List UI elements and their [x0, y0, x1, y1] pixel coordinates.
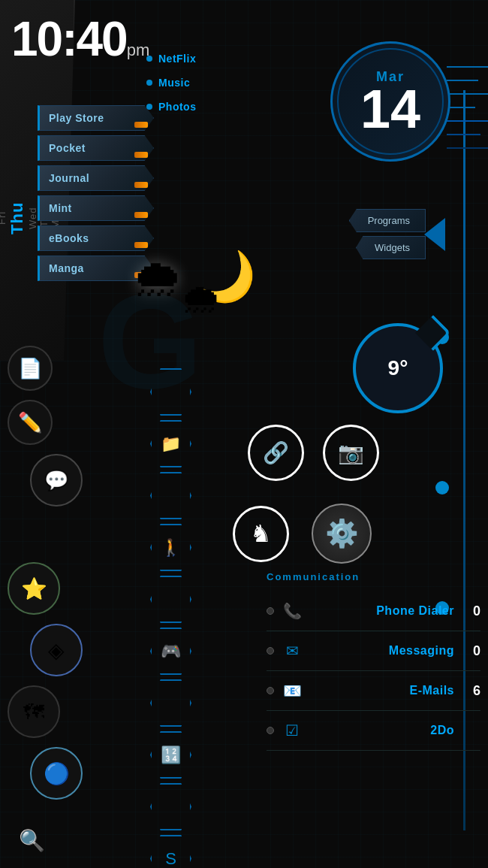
day-wed: Wed — [27, 204, 38, 231]
search-btn[interactable]: 🔍 — [19, 828, 45, 853]
action-circles: 🔗 📷 — [248, 425, 379, 481]
chess-circle-btn[interactable]: ♞ — [233, 506, 289, 562]
quick-links: NetFlix Music Photos — [146, 53, 196, 113]
whatsapp-icon: 💬 — [44, 469, 68, 492]
doc-icon-btn[interactable]: 📄 — [8, 346, 53, 391]
hex-7 — [150, 679, 191, 727]
comm-emails[interactable]: 📧 E-Mails 6 — [267, 671, 480, 711]
settings-icon: ⚙️ — [325, 518, 359, 549]
starbucks-icon-btn[interactable]: ⭐ — [8, 562, 60, 615]
game-circles: ♞ ⚙️ — [233, 504, 372, 564]
hex-9 — [150, 783, 191, 830]
cal-line-6 — [447, 134, 480, 135]
app-item-journal[interactable]: Journal — [38, 165, 154, 191]
hex-3 — [150, 472, 191, 519]
calendar-month: Mar — [376, 69, 405, 85]
time-display: 10:40pm — [11, 15, 149, 63]
app-item-playstore[interactable]: Play Store — [38, 105, 154, 131]
cal-line-3 — [447, 93, 488, 95]
phone-label: Phone Dialer — [310, 604, 454, 618]
timeline-dot-2 — [435, 481, 449, 494]
app-accent-2 — [134, 152, 148, 158]
email-label: E-Mails — [310, 684, 454, 697]
gamepad-icon: 🎮 — [161, 642, 181, 661]
comm-title: Communication — [267, 571, 480, 582]
whatsapp-icon-btn[interactable]: 💬 — [30, 454, 83, 507]
email-icon: 📧 — [282, 682, 303, 700]
quick-link-netflix[interactable]: NetFlix — [146, 53, 196, 65]
weather-cloud: 🌧 — [180, 274, 221, 322]
music-dot — [146, 80, 152, 86]
link-icon: 🔗 — [263, 440, 289, 465]
hex-4[interactable]: 🚶 — [150, 524, 191, 571]
app-item-ebooks[interactable]: eBooks — [38, 225, 154, 251]
days-sidebar: Sun Sat Fri Thu Wed Tue Mon — [0, 90, 34, 346]
hex-1 — [150, 368, 191, 416]
email-count: 6 — [462, 683, 480, 699]
app-accent-4 — [134, 212, 148, 218]
camera-icon: 📷 — [338, 440, 364, 465]
photos-dot — [146, 104, 152, 110]
day-thu: Thu — [8, 199, 27, 236]
hex-2[interactable]: 📁 — [150, 420, 191, 467]
day-fri: Fri — [0, 209, 8, 227]
chrome-icon-btn[interactable]: 🔵 — [30, 747, 83, 800]
maps-icon-btn[interactable]: 🗺 — [8, 685, 60, 738]
icon-sidebar: 📄 ✏️ 💬 ⭐ ◈ 🗺 🔵 — [8, 346, 60, 800]
quick-link-photos[interactable]: Photos — [146, 101, 196, 113]
calendar-outer: Mar 14 — [330, 41, 450, 162]
quick-link-music[interactable]: Music — [146, 77, 196, 89]
calculator-icon: 🔢 — [161, 746, 181, 765]
todo-label: 2Do — [310, 724, 454, 737]
phone-icon: 📞 — [282, 602, 303, 620]
cal-line-2 — [447, 80, 478, 81]
calendar-day: 14 — [360, 85, 420, 134]
arrow-icon — [424, 218, 445, 251]
app-item-pocket[interactable]: Pocket — [38, 135, 154, 161]
cal-line-7 — [447, 147, 488, 149]
programs-btn[interactable]: Programs — [349, 209, 426, 232]
msg-count: 0 — [462, 643, 480, 659]
hex-10[interactable]: S — [150, 835, 191, 868]
cal-line-5 — [447, 120, 488, 122]
hex-6[interactable]: 🎮 — [150, 628, 191, 675]
edit-icon-btn[interactable]: ✏️ — [8, 400, 53, 445]
prog-btns: Programs Widgets — [349, 209, 426, 259]
comm-messaging[interactable]: ✉ Messaging 0 — [267, 631, 480, 671]
starbucks-icon: ⭐ — [21, 576, 47, 601]
app-accent-1 — [134, 122, 148, 128]
music-label[interactable]: Music — [158, 77, 190, 89]
photos-label[interactable]: Photos — [158, 101, 196, 113]
netflix-label[interactable]: NetFlix — [158, 53, 196, 65]
hex-grid: 📁 🚶 🎮 🔢 S — [150, 368, 191, 868]
doc-icon: 📄 — [18, 357, 42, 380]
settings-circle-btn[interactable]: ⚙️ — [312, 504, 372, 564]
widgets-btn[interactable]: Widgets — [356, 236, 426, 259]
spacer — [8, 516, 60, 553]
dropbox-icon-btn[interactable]: ◈ — [30, 624, 83, 676]
comm-2do[interactable]: ☑ 2Do — [267, 711, 480, 751]
app-item-mint[interactable]: Mint — [38, 195, 154, 221]
prog-widget-container: Programs Widgets — [349, 209, 447, 259]
temp-circle: 9° — [353, 323, 443, 413]
comm-phone-dialer[interactable]: 📞 Phone Dialer 0 — [267, 591, 480, 631]
calendar-lines — [447, 66, 488, 149]
phone-dot — [267, 607, 274, 615]
chess-icon: ♞ — [250, 519, 272, 548]
temp-value: 9° — [388, 356, 408, 380]
prog-widget: Programs Widgets — [349, 209, 447, 259]
msg-icon: ✉ — [282, 642, 303, 660]
search-icon: 🔍 — [19, 829, 45, 852]
msg-dot — [267, 647, 274, 655]
camera-circle-btn[interactable]: 📷 — [323, 425, 379, 481]
folder-icon: 📁 — [161, 434, 181, 454]
edit-icon: ✏️ — [18, 411, 42, 434]
link-circle-btn[interactable]: 🔗 — [248, 425, 304, 481]
todo-dot — [267, 727, 274, 734]
phone-count: 0 — [462, 603, 480, 619]
netflix-dot — [146, 56, 152, 62]
chrome-icon: 🔵 — [44, 761, 70, 786]
maps-icon: 🗺 — [23, 700, 44, 724]
hex-8[interactable]: 🔢 — [150, 731, 191, 779]
dropbox-icon: ◈ — [48, 638, 65, 663]
